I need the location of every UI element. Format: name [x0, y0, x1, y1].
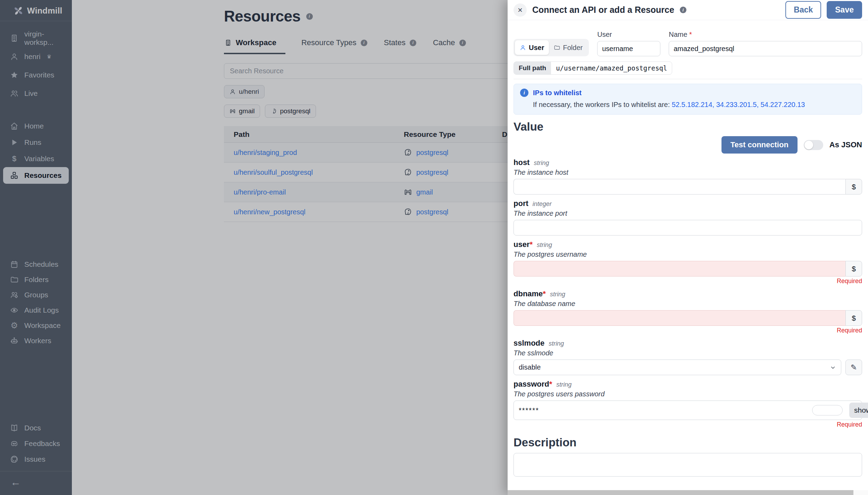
close-icon[interactable]: [514, 3, 527, 17]
user-icon: [520, 44, 526, 51]
edit-raw-button[interactable]: [845, 360, 862, 375]
as-json-toggle[interactable]: [804, 140, 823, 150]
description-heading: Description: [514, 436, 862, 449]
ip-whitelist-infobox: IPs to whitelist If necessary, the worke…: [514, 84, 862, 115]
required-error: Required: [514, 421, 862, 428]
insert-variable-button[interactable]: $: [845, 310, 862, 326]
field-type: string: [534, 159, 549, 167]
field-password: password* string The postgres users pass…: [514, 380, 862, 428]
password-reveal-pill[interactable]: [812, 405, 843, 415]
field-name: port: [514, 199, 528, 208]
required-asterisk: *: [549, 380, 552, 388]
required-asterisk: *: [529, 240, 533, 249]
name-field-label: Name *: [669, 31, 862, 39]
description-textarea[interactable]: [514, 453, 862, 477]
info-icon: [680, 7, 686, 13]
kind-folder-option[interactable]: Folder: [549, 40, 587, 55]
kind-folder-label: Folder: [563, 44, 583, 52]
field-dbname: dbname* string The database name $ Requi…: [514, 289, 862, 334]
resource-name-field[interactable]: [669, 41, 862, 56]
value-heading: Value: [514, 120, 862, 133]
add-resource-drawer: Connect an API or add a Resource Back Sa…: [508, 0, 868, 495]
insert-variable-button[interactable]: $: [845, 179, 862, 195]
field-host: host string The instance host $: [514, 158, 862, 195]
folder-icon: [554, 44, 560, 51]
host-input[interactable]: [514, 179, 845, 195]
horizontal-scrollbar: [508, 490, 868, 495]
field-name: password*: [514, 380, 552, 389]
field-name: user*: [514, 240, 533, 249]
kind-user-option[interactable]: User: [515, 40, 549, 55]
modal-backdrop[interactable]: [0, 0, 508, 495]
field-user: user* string The postgres username $ Req…: [514, 240, 862, 285]
field-description: The postgres username: [514, 250, 862, 258]
back-button[interactable]: Back: [785, 1, 821, 19]
drawer-title: Connect an API or add a Resource: [532, 5, 674, 15]
password-input[interactable]: [514, 401, 862, 420]
infobox-title: IPs to whitelist: [533, 89, 582, 97]
field-port: port integer The instance port: [514, 199, 862, 236]
required-error: Required: [514, 278, 862, 285]
test-connection-button[interactable]: Test connection: [721, 136, 798, 154]
show-password-button[interactable]: show: [849, 403, 868, 418]
required-error: Required: [514, 327, 862, 334]
field-type: string: [549, 340, 564, 347]
full-path-value: u/username/amazed_postgresql: [551, 62, 672, 74]
info-icon: [520, 89, 528, 97]
port-input[interactable]: [514, 220, 862, 236]
field-type: string: [550, 291, 565, 298]
field-type: string: [537, 241, 552, 249]
divider: [514, 79, 862, 79]
worker-ips[interactable]: 52.5.182.214, 34.233.201.5, 54.227.220.1…: [672, 101, 805, 108]
required-asterisk: *: [543, 289, 546, 298]
field-description: The sslmode: [514, 349, 862, 357]
owner-kind-toggle: User Folder: [514, 39, 589, 56]
full-path-label: Full path: [514, 62, 551, 74]
field-name: sslmode: [514, 339, 544, 348]
sslmode-select[interactable]: disable: [514, 360, 841, 375]
insert-variable-button[interactable]: $: [845, 261, 862, 277]
as-json-label: As JSON: [829, 140, 862, 149]
field-type: string: [556, 381, 571, 388]
toggle-knob: [804, 141, 813, 149]
username-field[interactable]: [597, 41, 660, 56]
field-sslmode: sslmode string The sslmode disable: [514, 339, 862, 375]
field-name: host: [514, 158, 529, 167]
user-field-label: User: [597, 31, 660, 39]
user-input[interactable]: [514, 261, 845, 277]
field-name: dbname*: [514, 289, 546, 298]
field-type: integer: [533, 200, 552, 208]
field-description: The postgres users password: [514, 390, 862, 398]
sslmode-selected-value: disable: [519, 363, 541, 371]
chevron-down-icon: [830, 364, 836, 371]
full-path: Full path u/username/amazed_postgresql: [514, 61, 672, 75]
field-description: The instance host: [514, 168, 862, 176]
kind-user-label: User: [529, 44, 544, 52]
dbname-input[interactable]: [514, 310, 845, 326]
save-button[interactable]: Save: [827, 1, 862, 19]
field-description: The database name: [514, 300, 862, 308]
infobox-body: If necessary, the workers IPs to whiteli…: [533, 101, 672, 108]
required-asterisk: *: [689, 31, 692, 38]
scrollbar-thumb[interactable]: [508, 490, 853, 495]
field-description: The instance port: [514, 209, 862, 217]
